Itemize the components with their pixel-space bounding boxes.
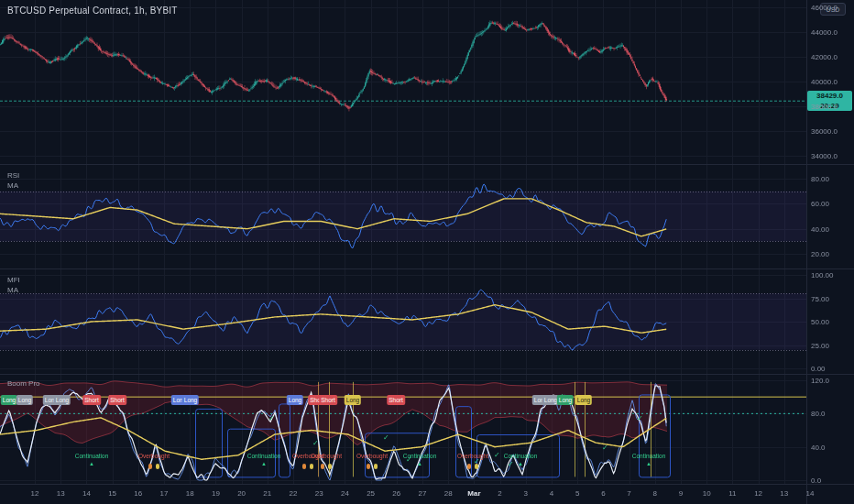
time-tick-label: 8: [653, 489, 657, 498]
time-tick-label: 13: [780, 489, 788, 498]
price-tick-label: 40000.0: [811, 78, 838, 86]
price-tick-label: 40.00: [811, 225, 829, 233]
current-price-value: 38429.0: [807, 91, 852, 101]
mfi-ma-label[interactable]: MA: [7, 285, 20, 295]
price-tick-label: 20.00: [811, 250, 829, 258]
mfi-indicator-label[interactable]: MFI: [7, 275, 20, 285]
marker-triangle-icon: ▲: [89, 461, 94, 466]
time-tick-label: 18: [186, 489, 194, 498]
price-tick-label: 44000.0: [811, 28, 838, 37]
time-tick-label: 25: [367, 489, 375, 498]
rsi-ma-label[interactable]: MA: [7, 181, 19, 191]
signal-tag-short[interactable]: Short: [82, 395, 101, 405]
signal-tag-long[interactable]: Long: [557, 395, 574, 405]
time-tick-label: 19: [212, 489, 220, 498]
price-tick-label: 80.00: [811, 175, 829, 183]
time-tick-label: 14: [82, 489, 91, 498]
annotation-overbought[interactable]: Overbought: [457, 453, 488, 459]
time-tick-label: 9: [679, 489, 683, 498]
marker-dots-icon: [302, 464, 313, 469]
time-tick-label: 21: [263, 489, 271, 498]
marker-triangle-icon: ▲: [417, 461, 422, 466]
time-tick-label: 3: [524, 489, 528, 498]
time-tick-label: 24: [341, 489, 349, 498]
time-tick-label: 28: [444, 489, 453, 498]
annotation-continuation[interactable]: Continuation: [247, 453, 281, 459]
time-tick-label: 11: [728, 489, 736, 498]
rsi-indicator-label[interactable]: RSI: [7, 170, 19, 181]
price-tick-label: 80.0: [811, 410, 826, 418]
signal-tag-long[interactable]: Long: [1, 395, 17, 405]
signal-tag-long[interactable]: Long: [54, 395, 71, 405]
time-tick-label: 6: [601, 489, 605, 498]
signal-tag-long[interactable]: Long: [345, 395, 361, 405]
time-tick-label: 7: [627, 489, 630, 498]
signal-tag-long[interactable]: Long: [287, 395, 303, 405]
time-tick-label: 22: [290, 489, 298, 498]
annotation-overbought[interactable]: Overbought: [138, 453, 170, 459]
time-tick-label: 12: [31, 489, 39, 498]
price-tick-label: 38000.0: [811, 103, 838, 111]
time-tick-label: 27: [419, 489, 427, 498]
time-tick-label: 13: [57, 489, 65, 498]
time-tick-label: 15: [108, 489, 116, 498]
annotation-continuation[interactable]: Continuation: [504, 453, 538, 459]
time-tick-label: 12: [754, 489, 762, 498]
price-tick-label: 120.0: [811, 377, 829, 385]
symbol-title[interactable]: BTCUSD Perpetual Contract, 1h, BYBIT: [7, 5, 178, 16]
price-tick-label: 100.00: [811, 271, 833, 279]
signal-tag-long[interactable]: Long: [575, 395, 592, 405]
signal-tag-long[interactable]: Long: [16, 395, 33, 405]
time-tick-label: Mar: [467, 489, 480, 498]
price-tick-label: 50.00: [811, 318, 829, 326]
annotation-continuation[interactable]: Continuation: [403, 453, 437, 459]
time-tick-label: 14: [806, 489, 815, 498]
price-tick-label: 0.0: [811, 477, 821, 485]
marker-dots-icon: [321, 464, 332, 469]
price-tick-label: 34000.0: [811, 152, 838, 160]
rsi-pane-header: RSI MA: [7, 170, 19, 191]
price-tick-label: 0.00: [811, 365, 826, 373]
time-tick-label: 23: [315, 489, 323, 498]
chart-window: BTCUSD Perpetual Contract, 1h, BYBIT RSI…: [0, 0, 854, 504]
annotation-continuation[interactable]: Continuation: [632, 453, 666, 459]
signal-tag-short[interactable]: Short: [319, 395, 337, 405]
annotation-continuation[interactable]: Continuation: [75, 453, 109, 459]
annotation-overbought[interactable]: Overbought: [311, 453, 342, 459]
signal-tag-short[interactable]: Short: [108, 395, 126, 405]
price-tick-label: 36000.0: [811, 127, 838, 136]
price-tick-label: 25.00: [811, 341, 829, 349]
boom-pane-header: Boom Pro: [7, 378, 40, 389]
price-tick-label: 60.00: [811, 200, 829, 208]
time-tick-label: 5: [575, 489, 579, 498]
time-tick-label: 16: [134, 489, 142, 498]
time-tick-label: 4: [550, 489, 553, 498]
marker-dots-icon: [367, 464, 378, 469]
time-tick-label: 20: [237, 489, 246, 498]
price-tick-label: 46000.0: [811, 4, 838, 12]
signal-tag-long[interactable]: Long: [182, 395, 199, 405]
chart-canvas[interactable]: [0, 0, 854, 504]
mfi-pane-header: MFI MA: [7, 275, 20, 295]
time-tick-label: 2: [498, 489, 501, 498]
marker-triangle-icon: ▲: [518, 461, 523, 466]
boom-indicator-label[interactable]: Boom Pro: [7, 378, 40, 389]
marker-dots-icon: [467, 464, 478, 469]
marker-triangle-icon: ▲: [261, 461, 267, 466]
annotation-overbought[interactable]: Overbought: [356, 453, 388, 459]
marker-dots-icon: [148, 464, 159, 469]
price-tick-label: 40.0: [811, 443, 826, 451]
price-tick-label: 75.00: [811, 294, 829, 302]
time-tick-label: 10: [703, 489, 711, 498]
time-tick-label: 17: [160, 489, 169, 498]
time-tick-label: 26: [392, 489, 400, 498]
marker-triangle-icon: ▲: [646, 461, 651, 466]
signal-tag-short[interactable]: Short: [387, 395, 405, 405]
price-tick-label: 42000.0: [811, 53, 838, 61]
